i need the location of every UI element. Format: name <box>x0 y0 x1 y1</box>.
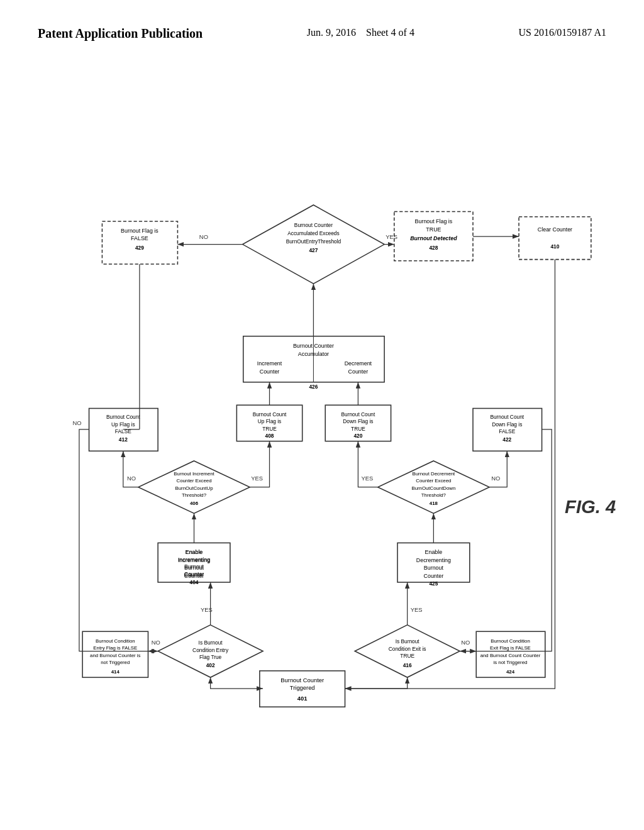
svg-text:401: 401 <box>297 695 308 702</box>
svg-text:Burnout Detected: Burnout Detected <box>410 235 457 241</box>
svg-text:Counter: Counter <box>348 368 369 375</box>
svg-text:Burnout Count: Burnout Count <box>106 414 140 420</box>
svg-text:Counter Exceed: Counter Exceed <box>416 478 451 484</box>
svg-text:418: 418 <box>430 501 438 506</box>
svg-text:Burnout Counter: Burnout Counter <box>280 677 324 683</box>
svg-text:Is Burnout: Is Burnout <box>199 639 223 646</box>
svg-text:NO: NO <box>491 475 500 482</box>
svg-text:414: 414 <box>111 669 120 675</box>
svg-text:Burnout Flag is: Burnout Flag is <box>121 228 158 234</box>
svg-text:Up Flag is: Up Flag is <box>111 421 135 428</box>
svg-text:Incrementing: Incrementing <box>178 556 210 563</box>
svg-text:420: 420 <box>353 433 362 439</box>
svg-text:Burnout: Burnout <box>184 563 204 570</box>
node-410 <box>519 217 591 260</box>
svg-text:and Burnout Counter is: and Burnout Counter is <box>90 653 140 658</box>
svg-text:not Triggered: not Triggered <box>101 660 130 665</box>
svg-text:412: 412 <box>119 436 128 443</box>
svg-text:YES: YES <box>251 475 263 482</box>
svg-text:Enable: Enable <box>425 549 443 555</box>
svg-text:Down Flag is: Down Flag is <box>343 418 373 424</box>
svg-text:Burnout Count: Burnout Count <box>341 411 375 418</box>
publication-title: Patent Application Publication <box>38 25 203 42</box>
svg-text:NO: NO <box>72 419 81 426</box>
svg-text:BurnOutCountUp: BurnOutCountUp <box>175 485 214 491</box>
svg-text:Entry Flag is FALSE: Entry Flag is FALSE <box>93 645 137 651</box>
svg-text:426: 426 <box>309 384 318 390</box>
svg-text:FIG. 4: FIG. 4 <box>565 497 616 517</box>
svg-text:Counter: Counter <box>424 573 444 579</box>
svg-text:Burnout Increment: Burnout Increment <box>174 471 214 477</box>
svg-text:YES: YES <box>411 606 423 613</box>
svg-text:Decrement: Decrement <box>345 360 372 367</box>
svg-text:422: 422 <box>502 436 511 443</box>
svg-text:FALSE: FALSE <box>131 235 148 241</box>
svg-text:Burnout: Burnout <box>424 565 444 571</box>
page-header: Patent Application Publication Jun. 9, 2… <box>0 0 644 54</box>
svg-text:Flag True: Flag True <box>199 654 222 660</box>
header-date-sheet: Jun. 9, 2016 Sheet 4 of 4 <box>307 25 414 40</box>
svg-text:429: 429 <box>135 245 144 251</box>
svg-text:Burnout Counter: Burnout Counter <box>294 222 333 228</box>
sheet-info: Sheet 4 of 4 <box>366 27 414 38</box>
flowchart-svg: Burnout Counter Triggered 401 Is Burnout… <box>0 54 644 809</box>
svg-text:402: 402 <box>206 662 215 668</box>
svg-text:Counter Exceed: Counter Exceed <box>177 478 212 484</box>
svg-text:NO: NO <box>461 639 470 646</box>
svg-text:Decrementing: Decrementing <box>416 557 451 563</box>
svg-text:406: 406 <box>190 501 199 506</box>
svg-text:YES: YES <box>362 475 374 482</box>
svg-text:NO: NO <box>152 639 160 646</box>
svg-text:is not Triggered: is not Triggered <box>494 660 528 665</box>
svg-text:BurnOutEntryThreshold: BurnOutEntryThreshold <box>286 238 341 245</box>
node-427 <box>243 205 384 284</box>
svg-text:BurnOutCountDown: BurnOutCountDown <box>411 485 455 491</box>
svg-text:416: 416 <box>403 662 412 668</box>
publication-date: Jun. 9, 2016 <box>307 27 356 38</box>
svg-text:TRUE: TRUE <box>426 226 441 233</box>
svg-text:Burnout Count: Burnout Count <box>253 411 287 418</box>
svg-text:YES: YES <box>201 606 213 613</box>
svg-text:Is Burnout: Is Burnout <box>396 638 420 645</box>
svg-text:404: 404 <box>190 579 199 585</box>
svg-text:Burnout Decrement: Burnout Decrement <box>413 471 456 477</box>
svg-text:408: 408 <box>265 433 274 439</box>
svg-text:Threshold?: Threshold? <box>182 492 207 498</box>
svg-text:NO: NO <box>199 233 208 240</box>
svg-text:NO: NO <box>127 475 136 482</box>
svg-text:TRUE: TRUE <box>400 653 414 659</box>
svg-text:Counter: Counter <box>260 368 280 375</box>
svg-text:Increment: Increment <box>257 360 282 367</box>
svg-text:424: 424 <box>506 669 515 675</box>
svg-text:and Burnout Count Counter: and Burnout Count Counter <box>480 653 541 658</box>
svg-text:Burnout Condition: Burnout Condition <box>96 638 135 644</box>
svg-text:Down Flag is: Down Flag is <box>492 421 522 428</box>
svg-text:425: 425 <box>429 580 438 587</box>
svg-text:TRUE: TRUE <box>262 426 277 432</box>
flowchart-diagram: Burnout Counter Triggered 401 Is Burnout… <box>0 54 644 809</box>
svg-text:410: 410 <box>550 243 559 250</box>
svg-text:Condition Entry: Condition Entry <box>192 647 229 653</box>
svg-text:Counter: Counter <box>184 571 204 577</box>
svg-text:Triggered: Triggered <box>290 684 315 691</box>
svg-text:Exit Flag is FALSE: Exit Flag is FALSE <box>490 645 531 651</box>
svg-text:TRUE: TRUE <box>351 426 365 432</box>
svg-text:Threshold?: Threshold? <box>421 492 447 498</box>
svg-text:Condition Exit is: Condition Exit is <box>389 646 426 652</box>
svg-text:Accumulated Exceeds: Accumulated Exceeds <box>287 230 339 236</box>
svg-text:Burnout Count: Burnout Count <box>490 414 524 420</box>
svg-text:FALSE: FALSE <box>499 428 515 434</box>
svg-text:YES: YES <box>386 233 397 240</box>
svg-text:427: 427 <box>309 247 318 253</box>
svg-text:Enable: Enable <box>186 549 203 555</box>
svg-text:Up Flag is: Up Flag is <box>258 418 282 424</box>
svg-text:Clear Counter: Clear Counter <box>538 226 572 233</box>
svg-text:428: 428 <box>429 245 438 251</box>
patent-number: US 2016/0159187 A1 <box>518 25 606 40</box>
svg-text:Burnout Condition: Burnout Condition <box>491 638 530 644</box>
svg-text:Burnout Flag is: Burnout Flag is <box>415 218 453 224</box>
